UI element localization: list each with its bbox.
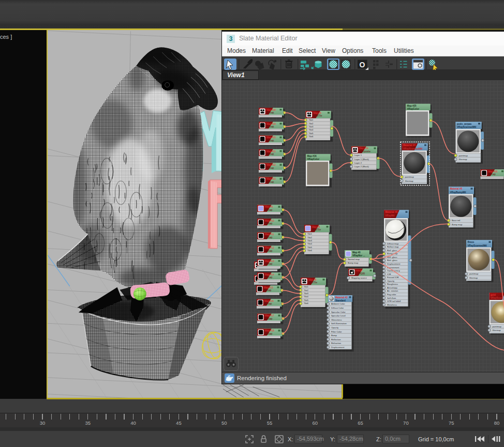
svg-text:Map #16: Map #16 (307, 155, 317, 157)
svg-text:Bitmap: Bitmap (264, 289, 272, 292)
svg-text:An. rotation: An. rotation (387, 290, 398, 292)
svg-text:Tile4: Tile4 (304, 295, 309, 298)
svg-text:Map #19: Map #19 (266, 123, 276, 125)
svg-text:Reflection: Reflection (331, 338, 341, 341)
svg-text:Bump map: Bump map (348, 262, 359, 264)
svg-text:Bump: Bump (331, 334, 337, 337)
svg-text:Tile6: Tile6 (304, 302, 309, 305)
svg-text:MultiTile: MultiTile (308, 281, 317, 284)
svg-text:Tile3: Tile3 (309, 125, 314, 128)
svg-text:Map #11: Map #11 (265, 233, 274, 236)
svg-text:Tile5: Tile5 (307, 246, 313, 249)
svg-text:paintmap: paintmap (459, 154, 468, 157)
svg-text:podo_zerpas: podo_zerpas (457, 123, 472, 125)
svg-text:Self-illum: Self-illum (387, 297, 396, 299)
svg-text:GTR tail falloff: GTR tail falloff (387, 300, 401, 302)
svg-text:Bitmap: Bitmap (265, 333, 273, 335)
svg-text:Glossiness: Glossiness (331, 319, 342, 321)
svg-text:Base mtl: Base mtl (452, 219, 460, 222)
svg-text:Tile1: Tile1 (309, 119, 314, 121)
svg-text:Bitmap: Bitmap (265, 276, 273, 279)
svg-text:Bitmap: Bitmap (264, 302, 272, 305)
svg-text:Tile2: Tile2 (307, 236, 313, 239)
svg-text:Bitmap: Bitmap (265, 263, 273, 265)
svg-text:Map #18: Map #18 (266, 109, 276, 111)
svg-text:Mapping source: Mapping source (351, 277, 367, 279)
svg-text:Layer 2 (Mask): Layer 2 (Mask) (354, 165, 369, 168)
svg-text:Diffuse Color: Diffuse Color (331, 307, 344, 309)
svg-text:filtermap: filtermap (405, 180, 414, 182)
svg-text:Layer 1 (Mask): Layer 1 (Mask) (354, 158, 369, 161)
svg-text:VRayColor: VRayColor (407, 108, 420, 110)
svg-text:Anisotropy: Anisotropy (387, 286, 398, 289)
svg-text:Tile1: Tile1 (304, 285, 309, 288)
svg-text:Tile2: Tile2 (304, 289, 309, 292)
svg-text:Map #18: Map #18 (265, 329, 274, 332)
svg-text:paintmap: paintmap (405, 176, 414, 178)
svg-text:Tile3: Tile3 (307, 239, 313, 242)
svg-text:Map #25: Map #25 (407, 105, 417, 107)
svg-text:Map #22: Map #22 (266, 164, 276, 166)
svg-text:Bitmap: Bitmap (266, 181, 274, 183)
svg-text:Tile3: Tile3 (304, 292, 309, 295)
svg-text:Refraction: Refraction (331, 342, 342, 344)
svg-text:Metalness: Metalness (387, 304, 397, 306)
svg-text:Opacity: Opacity (331, 326, 339, 329)
svg-text:Refr. gloss: Refr. gloss (387, 259, 397, 262)
svg-text:Bitmap: Bitmap (265, 318, 273, 320)
svg-text:Bitmap: Bitmap (488, 173, 496, 176)
svg-text:VRayScan: VRayScan (491, 297, 502, 299)
svg-text:MultiTile: MultiTile (312, 228, 321, 231)
svg-text:MultiTile: MultiTile (314, 114, 322, 117)
svg-text:Bitmap: Bitmap (266, 111, 274, 114)
svg-text:Bitmap: Bitmap (265, 236, 273, 239)
svg-text:Map #0: Map #0 (352, 251, 361, 254)
svg-text:rotula: rotula (356, 269, 362, 272)
svg-text:Specular Color: Specular Color (331, 311, 346, 313)
svg-text:Standard: Standard (335, 299, 346, 302)
svg-text:Tile4: Tile4 (309, 128, 314, 131)
svg-text:Map #8: Map #8 (314, 112, 322, 114)
svg-text:Tile5: Tile5 (309, 132, 314, 135)
svg-text:Self-Illumination: Self-Illumination (331, 322, 347, 325)
svg-text:Tile6: Tile6 (309, 135, 314, 138)
svg-text:Normal map: Normal map (348, 258, 360, 261)
svg-text:Layer 2: Layer 2 (354, 162, 362, 164)
svg-text:VRayScannedMtl: VRayScannedMtl (468, 244, 487, 247)
svg-text:O: O (360, 61, 365, 69)
svg-text:VRayScannedMtl: VRayScannedMtl (457, 126, 476, 128)
svg-text:Material #2: Material #2 (335, 296, 348, 299)
svg-text:Map #17: Map #17 (265, 314, 274, 317)
svg-text:Bitmap: Bitmap (266, 153, 274, 155)
svg-text:Bitmap: Bitmap (265, 209, 273, 211)
svg-text:Refl. gloss: Refl. gloss (387, 249, 397, 252)
svg-text:Fog color: Fog color (387, 293, 396, 296)
svg-text:Ambient Color: Ambient Color (331, 302, 345, 305)
svg-text:Material #5: Material #5 (450, 188, 463, 190)
svg-text:Map #23: Map #23 (266, 178, 276, 180)
svg-text:Tile2: Tile2 (309, 122, 314, 125)
svg-text:Roughness: Roughness (387, 283, 398, 285)
svg-text:Map #15: Map #15 (264, 286, 273, 289)
svg-text:VRayColor: VRayColor (307, 158, 320, 161)
svg-text:Map #12: Map #12 (265, 247, 274, 249)
svg-text:filtermap: filtermap (493, 329, 501, 331)
svg-text:filtermap: filtermap (459, 158, 468, 161)
svg-text:VRayNor ...: VRayNor ... (352, 254, 365, 257)
svg-text:Tile4: Tile4 (307, 242, 313, 245)
svg-text:Layer 1: Layer 1 (354, 154, 362, 156)
svg-text:Map #21: Map #21 (266, 150, 276, 153)
svg-text:Opacity: Opacity (387, 280, 395, 282)
svg-text:Map #10: Map #10 (265, 220, 274, 222)
svg-text:Tile6: Tile6 (307, 249, 313, 252)
svg-text:Map #9: Map #9 (265, 206, 273, 208)
svg-text:VRayScannedMtl: VRayScannedMtl (403, 148, 422, 150)
svg-text:Map #13: Map #13 (265, 260, 274, 263)
svg-text:Tile1: Tile1 (307, 233, 313, 235)
svg-text:paintmap: paintmap (469, 272, 479, 275)
svg-text:gold: gold (491, 294, 496, 296)
svg-text:filtermap: filtermap (469, 277, 478, 279)
svg-text:VRayMtl: VRayMtl (386, 214, 395, 217)
svg-text:Bump map: Bump map (452, 223, 463, 226)
svg-text:Map #8: Map #8 (312, 226, 320, 228)
